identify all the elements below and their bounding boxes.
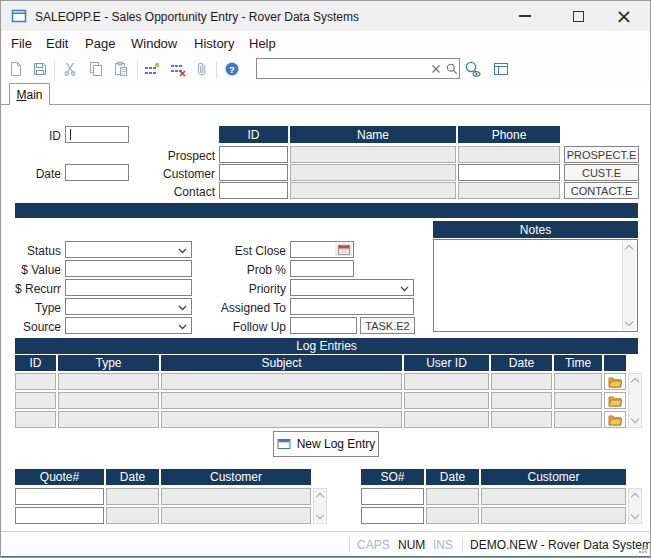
priority-label: Priority	[201, 282, 286, 296]
customer-open-button[interactable]: CUST.E	[564, 164, 639, 181]
resize-grip-icon[interactable]	[638, 544, 648, 554]
priority-select[interactable]	[290, 279, 414, 296]
tab-main[interactable]: Main	[9, 83, 50, 105]
date-input[interactable]	[65, 164, 129, 181]
toolbar-separator	[54, 61, 55, 79]
browse-button[interactable]	[490, 59, 512, 81]
new-button[interactable]	[5, 59, 27, 81]
paste-button[interactable]	[110, 59, 132, 81]
form-window-icon	[277, 438, 291, 450]
orders-col-date: Date	[426, 469, 479, 485]
help-button[interactable]: ?	[221, 59, 243, 81]
menu-window[interactable]: Window	[127, 34, 181, 53]
assigned-to-input[interactable]	[290, 298, 414, 315]
menu-page[interactable]: Page	[81, 34, 119, 53]
folder-icon	[608, 395, 623, 407]
task-open-button[interactable]: TASK.E2	[360, 317, 415, 334]
scroll-up-icon[interactable]	[625, 245, 633, 253]
log-scrollbar[interactable]	[628, 373, 642, 428]
insert-row-button[interactable]	[141, 59, 163, 81]
lookup-button[interactable]	[462, 59, 484, 81]
maximize-button[interactable]	[558, 4, 598, 28]
menu-history[interactable]: History	[190, 34, 238, 53]
save-icon	[32, 61, 48, 77]
orders-col-customer: Customer	[481, 469, 626, 485]
clear-search-icon[interactable]	[429, 62, 443, 76]
source-select[interactable]	[65, 317, 192, 334]
open-log-button[interactable]	[604, 392, 626, 409]
title-bar: SALEOPP.E - Sales Opportunity Entry - Ro…	[1, 1, 650, 31]
id-label: ID	[11, 129, 61, 143]
scroll-down-icon[interactable]	[316, 511, 324, 519]
quotes-col-number: Quote#	[15, 469, 104, 485]
quote-number-input[interactable]	[15, 488, 104, 505]
app-icon[interactable]	[11, 8, 27, 24]
new-log-entry-button[interactable]: New Log Entry	[273, 431, 379, 457]
quote-customer-field	[161, 507, 311, 524]
num-indicator: NUM	[398, 538, 425, 552]
so-number-input[interactable]	[361, 488, 424, 505]
scroll-down-icon[interactable]	[631, 511, 639, 519]
ins-indicator: INS	[433, 538, 453, 552]
contact-open-button[interactable]: CONTACT.E	[564, 182, 639, 199]
contact-id-input[interactable]	[219, 182, 288, 199]
session-label: DEMO.NEW - Rover Data Systems	[470, 538, 651, 552]
menu-file[interactable]: File	[7, 34, 36, 53]
est-close-input[interactable]	[290, 241, 354, 258]
cut-button[interactable]	[59, 59, 81, 81]
open-log-button[interactable]	[604, 411, 626, 428]
notes-textarea[interactable]	[433, 239, 638, 332]
search-input[interactable]	[259, 60, 424, 77]
notes-scrollbar[interactable]	[622, 241, 636, 330]
log-cell-date	[491, 411, 552, 428]
copy-button[interactable]	[85, 59, 107, 81]
party-col-name: Name	[290, 126, 456, 143]
log-cell-type	[58, 411, 159, 428]
follow-up-input[interactable]	[290, 317, 357, 334]
quotes-scrollbar[interactable]	[313, 488, 327, 524]
log-cell-subject	[161, 411, 402, 428]
scroll-up-icon[interactable]	[316, 493, 324, 501]
attachment-button[interactable]	[191, 59, 213, 81]
menu-help[interactable]: Help	[245, 34, 280, 53]
date-picker-button[interactable]	[335, 243, 352, 256]
scroll-up-icon[interactable]	[631, 493, 639, 501]
prob-label: Prob %	[201, 263, 286, 277]
value-input[interactable]	[65, 260, 192, 277]
minimize-button[interactable]	[505, 4, 545, 28]
customer-id-input[interactable]	[219, 164, 288, 181]
quote-number-input[interactable]	[15, 507, 104, 524]
search-icon[interactable]	[445, 62, 459, 76]
menu-edit[interactable]: Edit	[42, 34, 72, 53]
est-close-label: Est Close	[201, 244, 286, 258]
prob-input[interactable]	[290, 260, 354, 277]
prospect-open-button[interactable]: PROSPECT.E	[564, 146, 639, 163]
so-number-input[interactable]	[361, 507, 424, 524]
chevron-down-icon	[400, 286, 409, 292]
so-customer-field	[481, 488, 626, 505]
log-cell-time	[554, 411, 602, 428]
delete-row-button[interactable]	[167, 59, 189, 81]
status-label: Status	[1, 244, 61, 258]
open-log-button[interactable]	[604, 373, 626, 390]
quote-customer-field	[161, 488, 311, 505]
minimize-icon	[519, 15, 531, 17]
log-cell-subject	[161, 392, 402, 409]
id-input[interactable]	[65, 126, 129, 143]
so-customer-field	[481, 507, 626, 524]
chevron-down-icon	[178, 324, 187, 330]
log-col-user-id: User ID	[404, 355, 489, 371]
status-select[interactable]	[65, 241, 192, 258]
orders-scrollbar[interactable]	[628, 488, 642, 524]
prospect-id-input[interactable]	[219, 146, 288, 163]
type-select[interactable]	[65, 298, 192, 315]
close-button[interactable]: ×	[604, 4, 644, 28]
save-button[interactable]	[29, 59, 51, 81]
scroll-down-icon[interactable]	[625, 318, 633, 326]
scroll-up-icon[interactable]	[631, 378, 639, 386]
calendar-icon	[338, 244, 350, 255]
orders-col-number: SO#	[361, 469, 424, 485]
recurr-input[interactable]	[65, 279, 192, 296]
scroll-down-icon[interactable]	[631, 415, 639, 423]
customer-phone-input[interactable]	[458, 164, 560, 181]
